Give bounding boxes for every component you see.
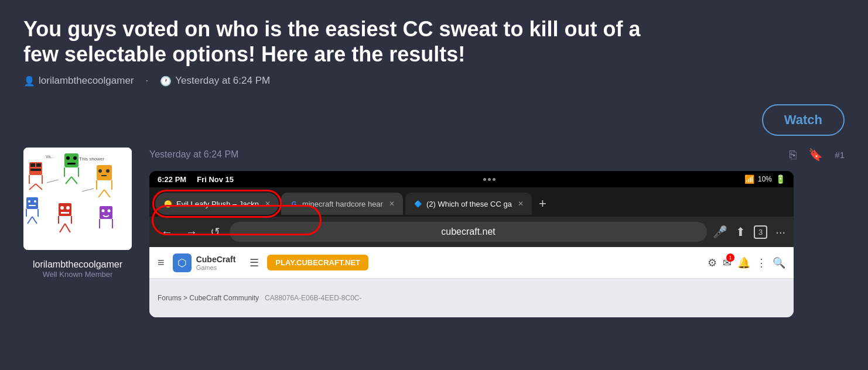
dot1 — [483, 178, 486, 181]
svg-rect-3 — [36, 163, 41, 167]
post-main: Yesterday at 6:24 PM ⎘ 🔖 #1 6:22 PM Fri … — [149, 148, 845, 323]
mail-icon[interactable]: ✉ 1 — [723, 256, 732, 269]
svg-point-27 — [34, 200, 36, 203]
browser-status-bar: 6:22 PM Fri Nov 15 📶 10% 🔋 — [149, 171, 794, 187]
back-button[interactable]: ← — [158, 224, 176, 240]
wifi-icon: 📶 — [744, 174, 754, 184]
hash-text: CA88076A-E06B-4EED-8C0C- — [265, 294, 361, 302]
svg-text:Va...: Va... — [46, 155, 54, 159]
cubecraft-header: ≡ ⬡ CubeCraft Games ☰ PLAY.CUBECRAFT.NET… — [149, 247, 794, 279]
post-left: This shower Va... lorilambthecoolgamer W… — [23, 148, 132, 323]
cubecraft-name: CubeCraft Games — [196, 255, 236, 271]
mail-badge: 1 — [726, 253, 734, 262]
tab1-label: Evil Leafy Plush – Jackn — [176, 200, 259, 208]
svg-point-19 — [106, 169, 110, 173]
tab3-label: (2) Which of these CC ga — [426, 200, 512, 208]
share-icon[interactable]: ⎘ — [790, 148, 797, 162]
list-icon[interactable]: ☰ — [250, 256, 259, 269]
username-label: lorilambthecoolgamer — [33, 259, 122, 270]
breadcrumb-text: Forums > CubeCraft Community — [158, 294, 259, 302]
svg-rect-2 — [30, 163, 35, 167]
post-title: You guys voted on who is the easiest CC … — [23, 16, 668, 67]
tab2-favicon: G — [289, 199, 299, 208]
post-actions: ⎘ 🔖 #1 — [790, 148, 845, 162]
meta-separator: · — [146, 75, 149, 87]
cubecraft-logo: ⬡ CubeCraft Games — [173, 253, 236, 272]
browser-content: ≡ ⬡ CubeCraft Games ☰ PLAY.CUBECRAFT.NET… — [149, 247, 794, 317]
svg-point-26 — [28, 200, 30, 203]
svg-text:This shower: This shower — [79, 156, 104, 162]
cubecraft-content: Forums > CubeCraft Community CA88076A-E0… — [149, 279, 794, 317]
post-timestamp-row: Yesterday at 6:24 PM ⎘ 🔖 #1 — [149, 148, 845, 162]
post-number: #1 — [835, 150, 845, 160]
dots-icon[interactable]: ⋮ — [756, 256, 767, 269]
tab1-favicon: 🟡 — [163, 199, 173, 208]
menu-hamburger-icon[interactable]: ≡ — [158, 256, 165, 269]
svg-point-34 — [60, 206, 64, 210]
status-right: 📶 10% 🔋 — [744, 174, 785, 184]
reload-button[interactable]: ↺ — [207, 224, 224, 240]
svg-rect-12 — [67, 163, 76, 165]
toolbar-icons: 🎤 ⬆ 3 ··· — [713, 225, 785, 239]
clock-icon: 🕐 — [160, 76, 172, 87]
svg-rect-17 — [97, 165, 112, 180]
svg-rect-36 — [61, 212, 69, 214]
tab3-close[interactable]: ✕ — [518, 200, 524, 208]
battery-icon: 🔋 — [775, 174, 785, 184]
svg-point-35 — [66, 206, 70, 210]
address-bar[interactable]: cubecraft.net — [230, 222, 707, 242]
svg-point-18 — [98, 169, 102, 173]
settings-icon[interactable]: ⚙ — [708, 256, 717, 269]
author-meta: 👤 lorilambthecoolgamer — [23, 75, 134, 87]
timestamp-meta: 🕐 Yesterday at 6:24 PM — [160, 75, 270, 87]
new-tab-button[interactable]: + — [534, 196, 551, 211]
post-timestamp-meta: Yesterday at 6:24 PM — [175, 75, 270, 87]
post-author: lorilambthecoolgamer — [39, 75, 134, 87]
watch-button[interactable]: Watch — [762, 104, 845, 136]
tab2-label: minecraft hardcore hear — [302, 200, 383, 208]
browser-tabs: 🟡 Evil Leafy Plush – Jackn ✕ G minecraft… — [149, 187, 794, 217]
play-badge[interactable]: PLAY.CUBECRAFT.NET — [267, 255, 368, 270]
username-sub: Well Known Member — [43, 270, 113, 279]
browser-screenshot: 6:22 PM Fri Nov 15 📶 10% 🔋 — [149, 171, 794, 317]
status-time: 6:22 PM Fri Nov 15 — [158, 175, 234, 184]
post-timestamp: Yesterday at 6:24 PM — [149, 149, 238, 160]
svg-point-11 — [73, 156, 77, 160]
user-icon: 👤 — [23, 76, 35, 87]
date-text: Fri Nov 15 — [197, 175, 234, 184]
time-text: 6:22 PM — [158, 175, 186, 184]
search-icon[interactable]: 🔍 — [773, 256, 785, 269]
svg-point-43 — [108, 210, 111, 213]
svg-rect-33 — [59, 203, 71, 216]
dot3 — [493, 178, 495, 181]
svg-rect-9 — [64, 153, 78, 167]
username-text: lorilambthecoolgamer — [33, 259, 122, 269]
cubecraft-title: CubeCraft — [196, 255, 236, 264]
forward-button[interactable]: → — [182, 224, 201, 240]
bookmark-icon[interactable]: 🔖 — [808, 148, 823, 162]
more-icon[interactable]: ··· — [775, 225, 785, 239]
post-content: This shower Va... lorilambthecoolgamer W… — [0, 148, 868, 335]
dot2 — [488, 178, 491, 181]
status-dots — [483, 178, 495, 181]
browser-tab-1[interactable]: 🟡 Evil Leafy Plush – Jackn ✕ — [155, 193, 279, 215]
battery-text: 10% — [758, 175, 772, 183]
browser-tab-2[interactable]: G minecraft hardcore hear ✕ — [281, 193, 403, 215]
bell-icon[interactable]: 🔔 — [737, 256, 750, 269]
post-meta: 👤 lorilambthecoolgamer · 🕐 Yesterday at … — [23, 75, 845, 87]
tab2-close[interactable]: ✕ — [389, 200, 395, 208]
page-container: You guys voted on who is the easiest CC … — [0, 0, 868, 370]
tab-count[interactable]: 3 — [754, 225, 767, 239]
post-header: You guys voted on who is the easiest CC … — [0, 0, 868, 98]
mic-icon[interactable]: 🎤 — [713, 225, 727, 239]
avatar-thumbnail: This shower Va... — [23, 148, 132, 250]
svg-rect-28 — [29, 205, 36, 206]
avatar-sketch: This shower Va... — [23, 148, 132, 250]
share-toolbar-icon[interactable]: ⬆ — [736, 225, 746, 239]
tab3-favicon: 🔷 — [414, 199, 423, 208]
tab1-close[interactable]: ✕ — [265, 200, 271, 208]
watch-section: Watch — [0, 98, 868, 148]
browser-tab-3[interactable]: 🔷 (2) Which of these CC ga ✕ — [405, 193, 532, 215]
cubecraft-sub: Games — [196, 264, 236, 271]
browser-toolbar: ← → ↺ cubecraft.net 🎤 ⬆ 3 ··· — [149, 217, 794, 247]
